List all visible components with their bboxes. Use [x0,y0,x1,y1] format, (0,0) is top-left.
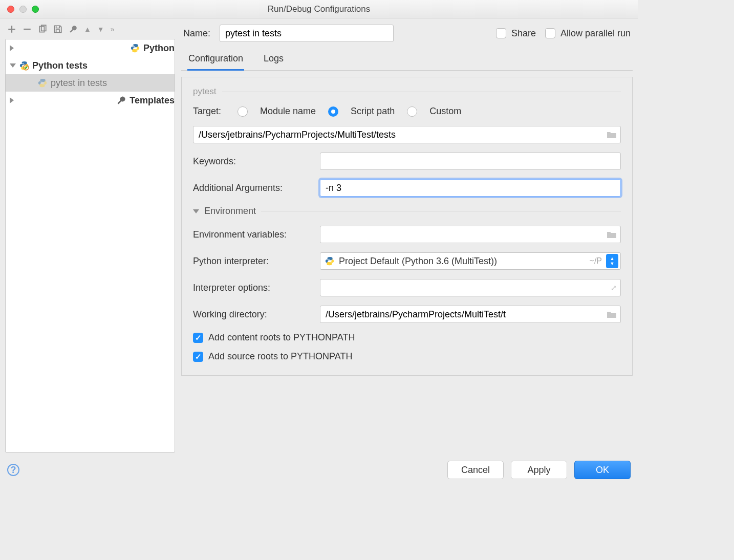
interpreter-label: Python interpreter: [193,256,311,267]
interp-options-label: Interpreter options: [193,283,311,293]
tree-node-python-tests[interactable]: Python tests [6,57,175,74]
interpreter-combo[interactable]: Project Default (Python 3.6 (MultiTest))… [320,252,621,270]
additional-args-label: Additional Arguments: [193,183,311,193]
tree-label: pytest in tests [51,78,107,89]
radio-custom-label: Custom [429,106,461,117]
cancel-button[interactable]: Cancel [447,461,504,479]
tree-label: Templates [129,95,175,106]
move-down-icon[interactable]: ▼ [97,25,104,33]
interp-options-input[interactable] [320,279,621,296]
move-up-icon[interactable]: ▲ [84,25,91,33]
tree-node-python[interactable]: Python [6,39,175,57]
sidebar-toolbar: ▲ ▼ » [5,23,175,39]
share-label: Share [511,28,536,39]
folder-icon[interactable] [607,230,617,239]
folder-icon[interactable] [607,310,617,318]
python-icon [325,256,335,266]
save-icon[interactable] [53,25,62,34]
radio-module-label: Module name [260,106,316,117]
window-title: Run/Debug Configurations [0,4,638,14]
radio-custom[interactable] [407,106,417,117]
chevron-down-icon [10,63,16,68]
tabs: Configuration Logs [181,50,633,71]
add-source-roots-checkbox[interactable]: Add source roots to PYTHONPATH [193,351,621,362]
env-vars-label: Environment variables: [193,229,311,240]
interpreter-value: Project Default (Python 3.6 (MultiTest)) [339,256,586,267]
tree-node-templates[interactable]: Templates [6,92,175,109]
apply-button[interactable]: Apply [511,461,567,479]
add-content-roots-label: Add content roots to PYTHONPATH [208,332,355,343]
additional-args-input[interactable] [320,179,621,197]
target-label: Target: [193,106,221,117]
config-tree[interactable]: Python Python tests pytest in tests Temp… [5,39,175,453]
section-pytest-label: pytest [193,87,216,97]
name-input[interactable] [220,25,394,42]
script-path-input[interactable] [193,126,621,143]
add-content-roots-checkbox[interactable]: Add content roots to PYTHONPATH [193,332,621,343]
keywords-input[interactable] [320,153,621,170]
dropdown-icon[interactable]: ▲▼ [606,254,618,268]
wrench-icon [116,95,126,105]
expand-icon[interactable]: ⤢ [611,284,617,292]
allow-parallel-checkbox[interactable]: Allow parallel run [545,28,631,39]
name-label: Name: [183,28,210,39]
add-source-roots-label: Add source roots to PYTHONPATH [208,351,352,362]
python-icon [37,78,48,88]
wrench-icon[interactable] [69,25,78,34]
svg-point-2 [133,45,134,46]
ok-button[interactable]: OK [574,461,631,479]
chevron-right-icon [10,97,113,103]
chevron-down-icon[interactable] [193,209,199,213]
radio-script-label: Script path [351,106,395,117]
allow-parallel-label: Allow parallel run [560,28,631,39]
titlebar: Run/Debug Configurations [0,0,638,18]
svg-point-3 [136,51,137,52]
workdir-label: Working directory: [193,309,311,320]
interpreter-path-suffix: ~/P [590,256,602,266]
tab-logs[interactable]: Logs [263,50,285,70]
python-tests-icon [19,60,29,71]
workdir-input[interactable] [320,306,621,323]
environment-section-label: Environment [204,206,256,217]
help-icon[interactable]: ? [7,464,19,476]
keywords-label: Keywords: [193,156,311,167]
folder-icon[interactable] [607,131,617,139]
radio-script-path[interactable] [328,106,338,117]
radio-module-name[interactable] [238,106,248,117]
config-form: pytest Target: Module name Script path C… [181,77,633,376]
tree-node-pytest-in-tests[interactable]: pytest in tests [6,74,175,92]
add-icon[interactable] [7,25,16,34]
share-checkbox[interactable]: Share [496,28,536,39]
copy-icon[interactable] [38,25,47,34]
env-vars-input[interactable] [320,226,621,243]
python-icon [130,43,140,53]
more-icon[interactable]: » [111,25,115,33]
tree-label: Python tests [32,60,88,71]
remove-icon[interactable] [23,25,32,34]
tree-label: Python [143,43,175,54]
chevron-right-icon [10,45,127,51]
tab-configuration[interactable]: Configuration [187,50,244,71]
